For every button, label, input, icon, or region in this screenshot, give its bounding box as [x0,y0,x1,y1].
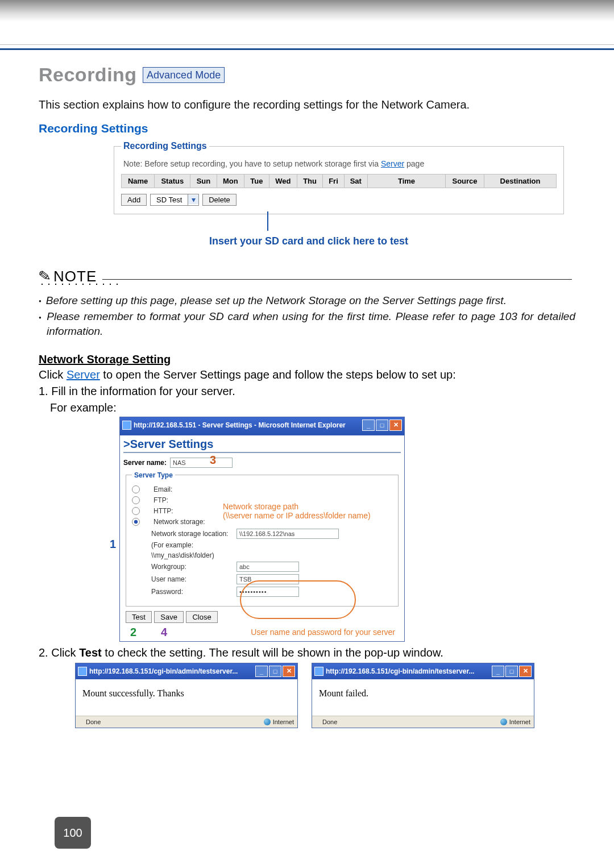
ns-example-2: \\my_nas\disk\folder) [151,551,237,559]
server-type-legend: Server Type [132,471,175,479]
sdcard-hint: Insert your SD card and click here to te… [209,235,565,247]
add-button[interactable]: Add [121,194,147,206]
note-divider [102,279,572,280]
network-storage-heading: Network Storage Setting [39,353,575,366]
ns-example-1: (For example: [151,541,237,549]
col-status: Status [155,175,190,188]
server-name-label: Server name: [123,459,167,467]
note-list: Before setting up this page, please set … [39,293,575,339]
username-label: User name: [151,575,237,583]
col-time: Time [368,175,446,188]
popup-title: http://192.168.5.151/cgi-bin/admin/tests… [89,667,238,675]
radio-ftp[interactable] [132,496,140,504]
sdtest-value: SD Test [151,194,188,205]
status-done: Done [86,719,101,725]
marker-4: 4 [161,626,167,639]
zone-label: Internet [509,719,530,725]
server-link[interactable]: Server [381,159,404,168]
col-wed: Wed [269,175,297,188]
col-dest: Destination [484,175,557,188]
page-icon [79,719,86,725]
recording-settings-subhead: Recording Settings [39,122,575,135]
chevron-down-icon[interactable]: ▾ [188,195,198,204]
status-bar: Done Internet [312,716,534,728]
zone-label: Internet [273,719,294,725]
note-item: Please remember to format your SD card w… [39,309,575,339]
pencil-icon: ✎ [38,267,52,286]
connector-line [267,211,268,231]
delete-button[interactable]: Delete [202,194,237,206]
marker-1: 1 [110,538,116,551]
globe-icon [500,719,507,725]
col-thu: Thu [297,175,322,188]
window-title: http://192.168.5.151 - Server Settings -… [134,421,346,429]
page-title: Recording [39,64,137,86]
page-icon [316,719,322,725]
nss-step1: 1. Fill in the information for your serv… [39,384,575,399]
col-fri: Fri [323,175,344,188]
recording-table: Name Status Sun Mon Tue Wed Thu Fri Sat … [121,174,557,188]
header-rule [0,44,614,50]
popup-body: Mount successfully. Thanks [76,679,297,716]
recording-settings-legend: Recording Settings [121,141,209,151]
server-link-2[interactable]: Server [67,368,100,381]
workgroup-input[interactable]: abc [237,562,299,572]
ie-icon [314,667,323,676]
maximize-icon[interactable]: □ [505,666,518,677]
opt-http: HTTP: [154,507,173,515]
password-label: Password: [151,588,237,596]
test-button[interactable]: Test [126,611,152,623]
marker-3: 3 [210,454,216,467]
radio-http[interactable] [132,507,140,515]
col-name: Name [122,175,155,188]
save-button[interactable]: Save [154,611,184,623]
maximize-icon[interactable]: □ [269,666,281,677]
col-sun: Sun [190,175,217,188]
status-bar: Done Internet [76,716,297,728]
popup-fail: http://192.168.5.151/cgi-bin/admin/tests… [312,663,534,728]
popup-success: http://192.168.5.151/cgi-bin/admin/tests… [75,663,298,728]
callout-storage-path-a: Network storage path [223,502,298,511]
close-icon[interactable]: ✕ [283,666,295,677]
workgroup-label: Workgroup: [151,563,237,571]
col-tue: Tue [244,175,269,188]
ns-location-label: Network storage location: [151,530,237,538]
marker-2: 2 [130,626,136,639]
server-settings-header: >Server Settings [123,437,401,453]
top-gradient [0,0,614,22]
note-label: NOTE [53,268,97,285]
radio-network-storage[interactable] [132,518,140,526]
server-name-input[interactable]: NAS [170,458,233,468]
server-settings-window: http://192.168.5.151 - Server Settings -… [119,417,405,642]
popup-title: http://192.168.5.151/cgi-bin/admin/tests… [326,667,474,675]
maximize-icon[interactable]: □ [376,420,388,431]
popup-titlebar: http://192.168.5.151/cgi-bin/admin/tests… [76,663,297,679]
col-source: Source [446,175,484,188]
sdtest-combo[interactable]: SD Test▾ [150,194,199,206]
radio-email[interactable] [132,485,140,493]
close-icon[interactable]: ✕ [389,420,402,431]
globe-icon [264,719,271,725]
popup-titlebar: http://192.168.5.151/cgi-bin/admin/tests… [312,663,534,679]
col-sat: Sat [344,175,367,188]
close-button[interactable]: Close [186,611,217,623]
ns-location-input[interactable]: \\192.168.5.122\nas [237,529,339,539]
opt-ftp: FTP: [154,496,168,504]
nss-line1: Click Server to open the Server Settings… [39,367,575,383]
callout-storage-path-b: (\\server name or IP address\folder name… [223,511,371,520]
for-example: For example: [39,400,575,416]
minimize-icon[interactable]: _ [362,420,375,431]
ie-icon [122,421,131,430]
opt-network-storage: Network storage: [154,518,205,526]
ie-icon [78,667,87,676]
server-type-fieldset: Server Type Email: FTP: HTTP: Network st… [126,471,399,607]
popup-body: Mount failed. [312,679,534,716]
minimize-icon[interactable]: _ [255,666,268,677]
window-titlebar: http://192.168.5.151 - Server Settings -… [120,417,404,433]
status-done: Done [322,719,337,725]
close-icon[interactable]: ✕ [519,666,532,677]
minimize-icon[interactable]: _ [492,666,504,677]
recording-note: Note: Before setup recording, you have t… [121,156,557,174]
mode-badge: Advanced Mode [143,67,225,83]
note-item: Before setting up this page, please set … [39,293,575,308]
